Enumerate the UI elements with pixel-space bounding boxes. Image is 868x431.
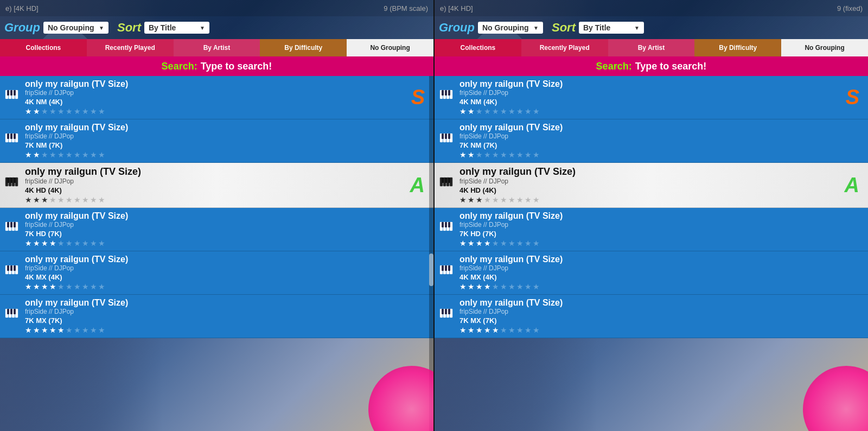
song-artist: fripSide // DJPop — [459, 178, 845, 185]
song-card[interactable]: only my railgun (TV Size) fripSide // DJ… — [435, 76, 868, 119]
star-icon: ★ — [484, 326, 491, 334]
tab-by-artist[interactable]: By Artist — [174, 39, 260, 56]
tab-collections[interactable]: Collections — [435, 39, 521, 56]
tab-by-difficulty[interactable]: By Difficulty — [260, 39, 347, 56]
keys-icon — [4, 177, 21, 193]
song-difficulty: 4K NM (4K) — [25, 98, 411, 106]
star-icon: ★ — [25, 150, 32, 159]
sort-dropdown[interactable]: By Title ▼ — [144, 22, 209, 34]
star-icon: ★ — [66, 326, 73, 334]
tab-collections[interactable]: Collections — [0, 39, 87, 56]
tab-recently-played[interactable]: Recently Played — [87, 39, 174, 56]
star-icon: ★ — [508, 282, 515, 291]
song-stars: ★★★★★★★★★★ — [459, 195, 845, 204]
song-card[interactable]: only my railgun (TV Size) fripSide // DJ… — [0, 251, 433, 295]
star-icon: ★ — [90, 326, 97, 334]
star-icon: ★ — [484, 195, 491, 204]
chevron-down-icon: ▼ — [99, 25, 104, 31]
search-bar[interactable]: Search: Type to search! — [0, 56, 433, 76]
svg-rect-68 — [445, 222, 447, 227]
star-icon: ★ — [492, 150, 499, 159]
top-bar: e) [4K HD] 9 (BPM scale) — [0, 0, 433, 16]
song-title: only my railgun (TV Size) — [25, 255, 429, 264]
keys-icon — [4, 221, 21, 238]
song-card[interactable]: only my railgun (TV Size) fripSide // DJ… — [0, 208, 433, 251]
star-icon: ★ — [516, 239, 524, 248]
keys-icon — [439, 177, 455, 193]
scrollbar-thumb[interactable] — [429, 253, 433, 286]
song-card[interactable]: only my railgun (TV Size) fripSide // DJ… — [0, 119, 433, 163]
star-icon: ★ — [468, 107, 475, 116]
svg-rect-5 — [10, 90, 12, 96]
chevron-down-icon: ▼ — [200, 25, 205, 31]
star-icon: ★ — [525, 195, 532, 204]
svg-rect-13 — [14, 134, 16, 139]
song-artist: fripSide // DJPop — [25, 308, 429, 315]
svg-rect-54 — [445, 134, 447, 139]
star-icon: ★ — [516, 326, 524, 334]
star-icon: ★ — [82, 326, 89, 334]
star-icon: ★ — [500, 239, 507, 248]
song-info: only my railgun (TV Size) fripSide // DJ… — [25, 123, 429, 159]
star-icon: ★ — [500, 282, 507, 291]
keys-icon — [439, 90, 455, 106]
star-icon: ★ — [533, 326, 540, 334]
star-icon: ★ — [90, 107, 97, 116]
controls-bar: Group No Grouping ▼ Sort By Title ▼ — [435, 16, 868, 39]
star-icon: ★ — [516, 150, 524, 159]
star-icon: ★ — [508, 195, 515, 204]
tab-recently-played[interactable]: Recently Played — [521, 39, 608, 56]
song-card[interactable]: only my railgun (TV Size) fripSide // DJ… — [435, 295, 868, 338]
star-icon: ★ — [516, 282, 524, 291]
song-list: only my railgun (TV Size) fripSide // DJ… — [0, 76, 433, 431]
song-info: only my railgun (TV Size) fripSide // DJ… — [459, 211, 864, 248]
star-icon: ★ — [25, 326, 32, 334]
song-info: only my railgun (TV Size) fripSide // DJ… — [25, 211, 429, 248]
song-card[interactable]: only my railgun (TV Size) fripSide // DJ… — [435, 119, 868, 163]
keys-icon — [439, 265, 455, 281]
svg-rect-83 — [448, 309, 450, 314]
song-card[interactable]: only my railgun (TV Size) fripSide // DJ… — [0, 163, 433, 208]
group-dropdown[interactable]: No Grouping ▼ — [478, 22, 543, 34]
keys-icon — [4, 133, 21, 149]
song-info: only my railgun (TV Size) fripSide // DJ… — [459, 298, 864, 334]
song-stars: ★★★★★★★★★★ — [25, 150, 429, 159]
group-label: Group — [4, 21, 40, 35]
star-icon: ★ — [468, 326, 475, 334]
star-icon: ★ — [41, 195, 48, 204]
star-icon: ★ — [66, 107, 73, 116]
star-icon: ★ — [82, 195, 89, 204]
star-icon: ★ — [49, 282, 56, 291]
svg-rect-20 — [14, 178, 16, 183]
star-icon: ★ — [49, 239, 56, 248]
star-icon: ★ — [459, 326, 467, 334]
star-icon: ★ — [49, 107, 56, 116]
svg-rect-18 — [7, 178, 9, 183]
group-dropdown[interactable]: No Grouping ▼ — [43, 22, 108, 34]
sort-dropdown-value: By Title — [583, 23, 610, 32]
song-artist: fripSide // DJPop — [25, 264, 429, 272]
star-icon: ★ — [500, 150, 507, 159]
tab-by-artist[interactable]: By Artist — [608, 39, 695, 56]
search-bar[interactable]: Search: Type to search! — [435, 56, 868, 76]
song-card[interactable]: only my railgun (TV Size) fripSide // DJ… — [435, 163, 868, 208]
star-icon: ★ — [500, 326, 507, 334]
song-artist: fripSide // DJPop — [459, 89, 846, 97]
star-icon: ★ — [476, 150, 483, 159]
star-icon: ★ — [525, 150, 532, 159]
sort-dropdown[interactable]: By Title ▼ — [579, 22, 644, 34]
song-card[interactable]: only my railgun (TV Size) fripSide // DJ… — [435, 208, 868, 251]
song-card[interactable]: only my railgun (TV Size) fripSide // DJ… — [0, 295, 433, 338]
song-title: only my railgun (TV Size) — [459, 79, 846, 89]
star-icon: ★ — [492, 195, 499, 204]
song-card[interactable]: only my railgun (TV Size) fripSide // DJ… — [435, 251, 868, 295]
tab-no-grouping[interactable]: No Grouping — [781, 39, 868, 56]
tab-no-grouping[interactable]: No Grouping — [347, 39, 433, 56]
tab-by-difficulty[interactable]: By Difficulty — [694, 39, 781, 56]
panel-left: e) [4K HD] 9 (BPM scale) Group No Groupi… — [0, 0, 433, 431]
song-artist: fripSide // DJPop — [25, 221, 429, 229]
star-icon: ★ — [33, 326, 40, 334]
song-card[interactable]: only my railgun (TV Size) fripSide // DJ… — [0, 76, 433, 119]
star-icon: ★ — [58, 107, 65, 116]
svg-rect-46 — [442, 90, 444, 96]
